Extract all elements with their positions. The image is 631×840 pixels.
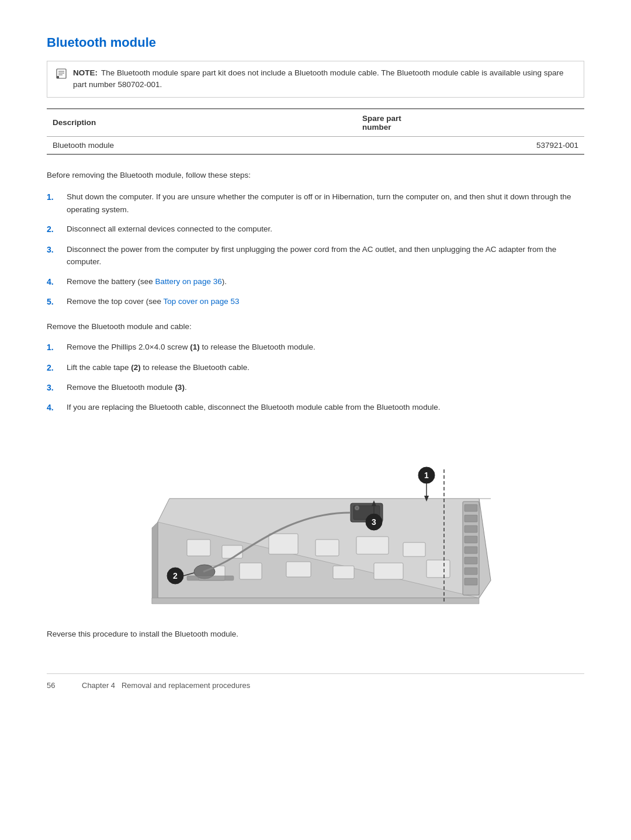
diagram-image: 1 3 2 [134,428,497,616]
list-item: 3. Disconnect the power from the compute… [47,243,584,268]
remove-step-text-1: Remove the Phillips 2.0×4.0 screw (1) to… [67,341,584,354]
list-item: 1. Remove the Phillips 2.0×4.0 screw (1)… [47,341,584,354]
svg-rect-4 [57,76,59,78]
note-icon [56,68,67,81]
remove-step-text-3: Remove the Bluetooth module (3). [67,381,584,394]
svg-text:3: 3 [372,517,376,527]
footer: 56 Chapter 4 Removal and replacement pro… [47,673,584,690]
svg-rect-22 [464,504,477,511]
svg-rect-28 [464,568,477,575]
svg-rect-16 [240,563,262,579]
svg-text:2: 2 [173,571,178,580]
remove-step-number-4: 4. [47,401,63,414]
remove-step-number-1: 1. [47,341,63,354]
svg-rect-13 [356,537,389,554]
footer-page-number: 56 [47,681,64,690]
svg-rect-26 [464,547,477,554]
svg-rect-25 [464,536,477,543]
svg-text:1: 1 [424,471,429,480]
svg-rect-14 [403,542,425,556]
col-spare-header: Spare part number [356,109,584,137]
svg-rect-20 [427,560,450,578]
svg-marker-7 [152,522,158,604]
svg-rect-19 [374,563,403,579]
step-text-3: Disconnect the power from the computer b… [67,243,584,268]
table-cell-description: Bluetooth module [47,136,356,154]
intro-text: Before removing the Bluetooth module, fo… [47,169,584,182]
svg-rect-9 [187,540,210,556]
svg-rect-18 [333,566,354,579]
step-text-1: Shut down the computer. If you are unsur… [67,191,584,216]
svg-rect-12 [316,540,339,556]
step-number-5: 5. [47,295,63,308]
svg-rect-11 [269,534,298,554]
prereq-steps-list: 1. Shut down the computer. If you are un… [47,191,584,309]
diagram-container: 1 3 2 [47,428,584,616]
col-description-header: Description [47,109,356,137]
parts-table: Description Spare part number Bluetooth … [47,108,584,155]
remove-label: Remove the Bluetooth module and cable: [47,320,584,333]
step-text-4: Remove the battery (see Battery on page … [67,275,584,288]
svg-rect-29 [464,578,477,585]
svg-marker-8 [152,598,479,604]
svg-rect-27 [464,557,477,564]
step-number-4: 4. [47,275,63,288]
list-item: 2. Lift the cable tape (2) to release th… [47,361,584,374]
step-number-3: 3. [47,243,63,256]
table-row: Bluetooth module 537921-001 [47,136,584,154]
remove-step-number-3: 3. [47,381,63,394]
svg-rect-36 [187,576,234,580]
page-title: Bluetooth module [47,35,584,50]
battery-link[interactable]: Battery on page 36 [155,277,222,286]
step-number-1: 1. [47,191,63,203]
remove-step-number-2: 2. [47,361,63,374]
table-cell-spare: 537921-001 [356,136,584,154]
list-item: 4. If you are replacing the Bluetooth ca… [47,401,584,414]
list-item: 4. Remove the battery (see Battery on pa… [47,275,584,288]
svg-rect-24 [464,526,477,533]
footer-chapter: Chapter 4 Removal and replacement proced… [82,681,250,690]
note-label: NOTE: [73,68,98,77]
remove-step-text-4: If you are replacing the Bluetooth cable… [67,401,584,414]
list-item: 2. Disconnect all external devices conne… [47,223,584,236]
reverse-text: Reverse this procedure to install the Bl… [47,630,584,638]
step-text-5: Remove the top cover (see Top cover on p… [67,295,584,308]
list-item: 3. Remove the Bluetooth module (3). [47,381,584,394]
remove-step-text-2: Lift the cable tape (2) to release the B… [67,361,584,374]
remove-steps-list: 1. Remove the Phillips 2.0×4.0 screw (1)… [47,341,584,414]
svg-rect-10 [222,545,242,558]
svg-rect-17 [286,562,311,577]
list-item: 5. Remove the top cover (see Top cover o… [47,295,584,308]
step-number-2: 2. [47,223,63,236]
top-cover-link[interactable]: Top cover on page 53 [164,297,240,306]
note-text: NOTE:The Bluetooth module spare part kit… [73,67,575,91]
svg-rect-23 [464,515,477,522]
step-text-2: Disconnect all external devices connecte… [67,223,584,236]
note-box: NOTE:The Bluetooth module spare part kit… [47,61,584,98]
list-item: 1. Shut down the computer. If you are un… [47,191,584,216]
